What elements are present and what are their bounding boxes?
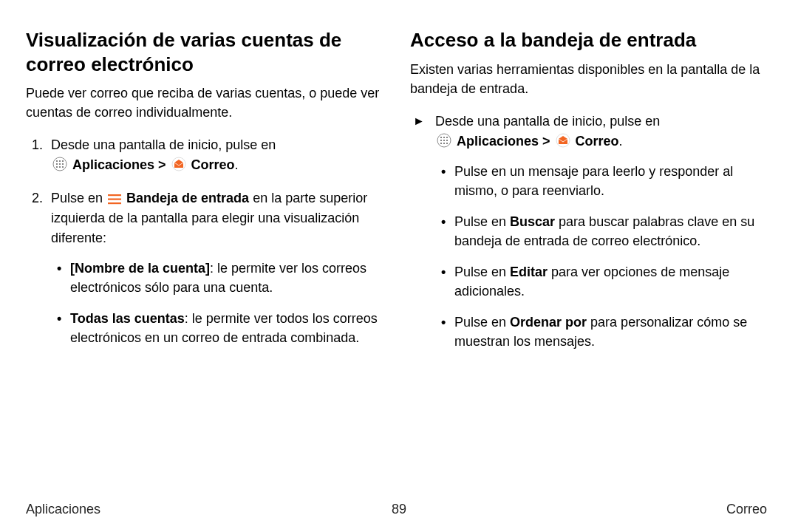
heading-right: Acceso a la bandeja de entrada — [410, 28, 768, 52]
svg-point-9 — [62, 166, 64, 168]
svg-rect-13 — [108, 202, 121, 204]
mail-envelope-icon — [171, 157, 186, 171]
lead-text: Desde una pantalla de inicio, pulse en — [435, 114, 660, 129]
footer-page-number: 89 — [392, 502, 406, 517]
svg-point-19 — [443, 140, 445, 141]
b4-bold: Ordenar por — [510, 315, 587, 330]
intro-right: Existen varias herramientas disponibles … — [410, 60, 768, 98]
numbered-list-left: 1. Desde una pantalla de inicio, pulse e… — [26, 135, 384, 347]
intro-left: Puede ver correo que reciba de varias cu… — [26, 83, 384, 122]
svg-point-2 — [59, 160, 61, 162]
svg-point-1 — [56, 160, 58, 162]
b3-pre: Pulse en — [454, 265, 510, 279]
sublist-left: [Nombre de la cuenta]: le permite ver lo… — [51, 259, 384, 347]
bullet-bold: Todas las cuentas — [70, 311, 185, 326]
bullet-bold: [Nombre de la cuenta] — [70, 261, 210, 276]
footer-right: Correo — [726, 502, 767, 517]
bullet-todas-cuentas: Todas las cuentas: le permite ver todos … — [51, 309, 384, 347]
b3-bold: Editar — [510, 265, 548, 279]
svg-point-21 — [440, 143, 442, 144]
svg-point-16 — [443, 137, 445, 138]
step-1: 1. Desde una pantalla de inicio, pulse e… — [26, 135, 384, 175]
svg-rect-12 — [108, 199, 121, 200]
sublist-right: Pulse en un mensaje para leerlo y respon… — [435, 162, 768, 352]
left-column: Visualización de varias cuentas de corre… — [26, 28, 384, 477]
b4-pre: Pulse en — [454, 315, 510, 330]
gt: > — [539, 134, 554, 149]
step-number: 2. — [32, 188, 43, 208]
bullet-nombre-cuenta: [Nombre de la cuenta]: le permite ver lo… — [51, 259, 384, 297]
footer: Aplicaciones 89 Correo — [0, 502, 798, 517]
period: . — [235, 157, 239, 172]
bullet-ordenar: Pulse en Ordenar por para personalizar c… — [435, 313, 768, 351]
step2-pre: Pulse en — [51, 191, 106, 205]
svg-point-8 — [59, 166, 61, 168]
bullet-text: Pulse en un mensaje para leerlo y respon… — [454, 164, 733, 198]
svg-point-23 — [446, 143, 448, 144]
mail-envelope-icon — [556, 133, 570, 148]
svg-rect-11 — [108, 194, 121, 196]
svg-point-4 — [56, 163, 58, 165]
arrow-list: ► Desde una pantalla de inicio, pulse en… — [410, 112, 768, 352]
heading-left: Visualización de varias cuentas de corre… — [26, 28, 384, 76]
bullet-read: Pulse en un mensaje para leerlo y respon… — [435, 162, 768, 200]
svg-point-7 — [56, 166, 58, 168]
svg-point-17 — [446, 137, 448, 138]
bullet-editar: Pulse en Editar para ver opciones de men… — [435, 262, 768, 301]
right-arrow-icon: ► — [413, 112, 425, 130]
apps-grid-icon — [52, 157, 67, 171]
menu-hamburger-icon — [108, 194, 121, 205]
correo-label: Correo — [191, 157, 235, 172]
svg-point-6 — [62, 163, 64, 165]
svg-point-15 — [440, 137, 442, 138]
svg-point-18 — [440, 140, 442, 141]
bandeja-label: Bandeja de entrada — [126, 191, 249, 205]
step-number: 1. — [32, 135, 43, 155]
svg-point-22 — [443, 143, 445, 144]
svg-point-5 — [59, 163, 61, 165]
bullet-buscar: Pulse en Buscar para buscar palabras cla… — [435, 212, 768, 250]
svg-point-20 — [446, 140, 448, 141]
gt: > — [154, 157, 170, 172]
apps-grid-icon — [437, 133, 451, 148]
b2-bold: Buscar — [510, 214, 555, 229]
arrow-item: ► Desde una pantalla de inicio, pulse en… — [410, 112, 768, 352]
correo-label: Correo — [576, 134, 619, 149]
apps-label: Aplicaciones — [72, 157, 154, 172]
period: . — [619, 134, 623, 149]
b2-pre: Pulse en — [454, 214, 510, 229]
right-column: Acceso a la bandeja de entrada Existen v… — [410, 28, 768, 477]
step1-text: Desde una pantalla de inicio, pulse en — [51, 137, 276, 152]
svg-point-3 — [62, 160, 64, 162]
footer-left: Aplicaciones — [26, 502, 100, 517]
apps-label: Aplicaciones — [457, 134, 539, 149]
step-2: 2. Pulse en Bandeja de entrada en la par… — [26, 188, 384, 347]
